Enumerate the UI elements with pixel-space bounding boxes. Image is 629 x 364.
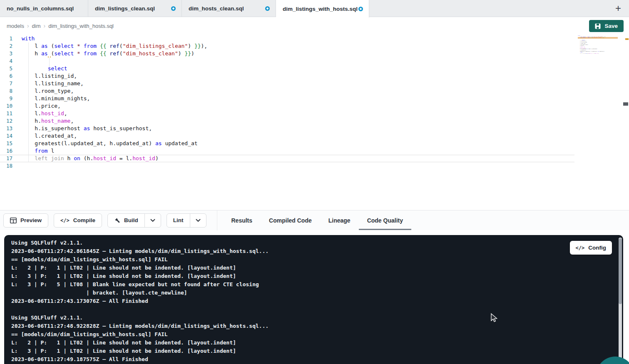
lint-button[interactable]: Lint xyxy=(167,214,190,227)
code-line[interactable]: 9 l.minimum_nights, xyxy=(0,95,574,102)
tab-label: Compiled Code xyxy=(269,217,312,224)
code-text xyxy=(578,54,578,55)
config-button[interactable]: </> Config xyxy=(570,241,612,255)
line-number: 3 xyxy=(0,50,12,57)
table-icon xyxy=(10,218,17,223)
code-line[interactable]: 2 l as (select * from {{ ref("dim_listin… xyxy=(0,42,574,50)
line-number: 12 xyxy=(0,117,12,125)
terminal-line: == [models/dim/dim_listings_with_hosts.s… xyxy=(11,255,623,264)
preview-button[interactable]: Preview xyxy=(3,213,48,228)
terminal-line: == [models/dim/dim_listings_with_hosts.s… xyxy=(11,330,623,339)
file-tab-label: dim_listings_with_hosts.sql xyxy=(283,6,358,12)
build-button-group: Build xyxy=(107,213,161,228)
tab-code-quality[interactable]: Code Quality xyxy=(359,210,411,230)
code-content[interactable]: 1with2 l as (select * from {{ ref("dim_l… xyxy=(0,35,574,170)
breadcrumb: models › dim › dim_listings_with_hosts.s… xyxy=(7,23,114,29)
breadcrumb-item-file[interactable]: dim_listings_with_hosts.sql xyxy=(48,23,114,29)
code-text: with xyxy=(12,35,35,42)
line-number: 5 xyxy=(0,65,12,72)
lint-dropdown-button[interactable] xyxy=(190,214,206,227)
code-line[interactable]: 18 xyxy=(0,162,574,170)
line-number: 1 xyxy=(0,35,12,42)
code-text: l.listing_name, xyxy=(12,80,84,87)
code-line[interactable]: 6 l.listing_id, xyxy=(0,72,574,80)
build-button[interactable]: Build xyxy=(108,214,144,227)
line-number: 6 xyxy=(0,72,12,80)
chevron-down-icon xyxy=(196,219,201,222)
line-number: 10 xyxy=(0,102,12,110)
code-editor[interactable]: 1with2 l as (select * from {{ ref("dim_l… xyxy=(0,35,629,210)
chevron-right-icon: › xyxy=(27,23,29,29)
compile-button[interactable]: </> Compile xyxy=(54,213,102,228)
action-toolbar: Preview </> Compile Build xyxy=(0,210,629,230)
config-button-label: Config xyxy=(588,245,606,251)
terminal-line: L: 3 | P: 5 | LT08 | Blank line expected… xyxy=(11,280,623,289)
file-tab-dim-listings-with-hosts[interactable]: dim_listings_with_hosts.sql xyxy=(276,0,369,17)
code-text: h.is_superhost as host_is_superhost, xyxy=(12,125,152,132)
minimap-code: 1with2 l as (select * from {{ ref("dim_l… xyxy=(578,35,618,55)
code-line[interactable]: 7 l.listing_name, xyxy=(0,80,574,87)
code-text: h as (select * from {{ ref("dim_hosts_cl… xyxy=(12,50,194,57)
modified-dot-icon xyxy=(171,6,176,11)
line-number: 2 xyxy=(0,42,12,50)
code-line[interactable]: 12 h.host_name, xyxy=(0,117,574,125)
code-line[interactable]: 14 l.created_at, xyxy=(0,132,574,140)
terminal-output: Using SQLFluff v2.1.1.2023-06-06T11:27:4… xyxy=(4,235,623,364)
file-tab-dim-listings-clean[interactable]: dim_listings_clean.sql xyxy=(88,0,182,17)
code-line[interactable]: 13 h.is_superhost as host_is_superhost, xyxy=(0,125,574,132)
code-text: greatest(l.updated_at, h.updated_at) as … xyxy=(12,140,198,147)
modified-dot-icon xyxy=(265,6,270,11)
minimap[interactable]: 1with2 l as (select * from {{ ref("dim_l… xyxy=(578,35,618,102)
terminal-line: L: 3 | P: 1 | LT02 | Line should not be … xyxy=(11,272,623,280)
file-tab-dim-hosts-clean[interactable]: dim_hosts_clean.sql xyxy=(182,0,276,17)
file-tab-no-nulls-in-columns[interactable]: no_nulls_in_columns.sql xyxy=(0,0,88,17)
build-button-label: Build xyxy=(124,217,138,223)
build-dropdown-button[interactable] xyxy=(144,214,161,227)
terminal-scrollbar-thumb[interactable] xyxy=(619,238,622,304)
code-line[interactable]: 17 left join h on (h.host_id = l.host_id… xyxy=(0,155,574,162)
code-line[interactable]: 5 select xyxy=(0,65,574,72)
line-number: 7 xyxy=(0,80,12,87)
code-text: l.minimum_nights, xyxy=(12,95,90,102)
terminal-line: L: 2 | P: 1 | LT02 | Line should not be … xyxy=(11,264,623,272)
breadcrumb-item-models[interactable]: models xyxy=(7,23,24,29)
code-line[interactable]: 15 greatest(l.updated_at, h.updated_at) … xyxy=(0,140,574,147)
code-text: l.price, xyxy=(12,102,61,110)
chevron-down-icon xyxy=(150,219,155,222)
save-button[interactable]: Save xyxy=(589,20,624,32)
tab-lineage[interactable]: Lineage xyxy=(320,210,359,230)
code-text: l.host_id, xyxy=(12,110,67,117)
code-line[interactable]: 4 xyxy=(0,57,574,65)
new-tab-button[interactable]: + xyxy=(612,2,625,15)
modified-dot-icon xyxy=(358,7,363,11)
code-line[interactable]: 10 l.price, xyxy=(0,102,574,110)
plus-icon: + xyxy=(615,2,621,14)
terminal-line: 2023-06-06T11:27:43.173076Z — All Finish… xyxy=(11,297,623,305)
tab-compiled-code[interactable]: Compiled Code xyxy=(261,210,320,230)
code-line[interactable]: 18 xyxy=(578,54,618,55)
chevron-right-icon: › xyxy=(44,23,46,29)
code-text: left join h on (h.host_id = l.host_id) xyxy=(578,53,599,54)
line-number: 16 xyxy=(0,147,12,155)
code-line[interactable]: 3 h as (select * from {{ ref("dim_hosts_… xyxy=(0,50,574,57)
terminal-line: Using SQLFluff v2.1.1. xyxy=(11,239,623,247)
code-line[interactable]: 8 l.room_type, xyxy=(0,87,574,95)
code-line[interactable]: 11 l.host_id, xyxy=(0,110,574,117)
terminal-line: Using SQLFluff v2.1.1. xyxy=(11,314,623,322)
line-number: 15 xyxy=(0,140,12,147)
overview-ruler-cursor-marker xyxy=(623,102,628,106)
code-text: l.listing_id, xyxy=(12,72,77,80)
breadcrumb-item-dim[interactable]: dim xyxy=(32,23,41,29)
lint-output-terminal: Using SQLFluff v2.1.1.2023-06-06T11:27:4… xyxy=(4,235,623,364)
code-line[interactable]: 1with xyxy=(0,35,574,42)
code-line[interactable]: 16 from l xyxy=(0,147,574,155)
tab-results[interactable]: Results xyxy=(223,210,261,230)
file-tab-label: no_nulls_in_columns.sql xyxy=(7,5,74,12)
preview-button-label: Preview xyxy=(20,217,42,223)
line-number: 18 xyxy=(0,162,12,170)
code-icon: </> xyxy=(60,218,70,223)
terminal-line: 2023-06-06T11:27:49.187575Z — All Finish… xyxy=(11,355,623,364)
file-tab-bar: no_nulls_in_columns.sql dim_listings_cle… xyxy=(0,0,629,17)
overview-ruler-warning-marker xyxy=(625,38,629,40)
terminal-line: L: 3 | P: 1 | LT02 | Line should not be … xyxy=(11,347,623,355)
